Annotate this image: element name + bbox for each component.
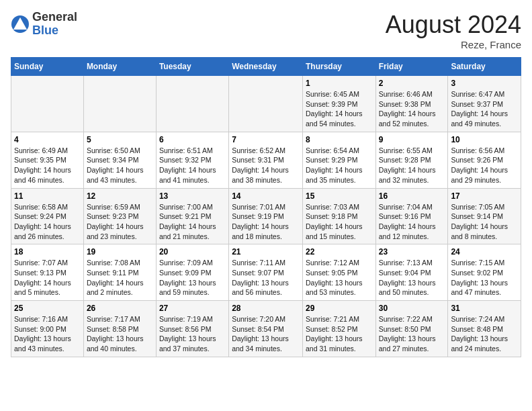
day-info: Sunrise: 7:15 AM Sunset: 9:02 PM Dayligh…: [451, 258, 518, 298]
cell-week2-day2: 6Sunrise: 6:51 AM Sunset: 9:32 PM Daylig…: [156, 132, 228, 188]
day-number: 30: [379, 304, 445, 313]
cell-week2-day4: 8Sunrise: 6:54 AM Sunset: 9:29 PM Daylig…: [302, 132, 375, 188]
cell-week3-day3: 14Sunrise: 7:01 AM Sunset: 9:19 PM Dayli…: [229, 188, 303, 244]
title-area: August 2024 Reze, France: [386, 11, 521, 50]
header-friday: Friday: [375, 58, 448, 76]
week-row-5: 25Sunrise: 7:16 AM Sunset: 9:00 PM Dayli…: [11, 301, 521, 357]
day-number: 11: [14, 191, 81, 201]
day-number: 29: [306, 304, 373, 313]
cell-week1-day3: [229, 76, 303, 132]
calendar-table: SundayMondayTuesdayWednesdayThursdayFrid…: [11, 57, 521, 357]
header-saturday: Saturday: [448, 58, 521, 76]
day-number: 24: [451, 247, 518, 257]
cell-week1-day2: [156, 76, 228, 132]
day-info: Sunrise: 7:01 AM Sunset: 9:19 PM Dayligh…: [232, 202, 300, 242]
day-number: 17: [451, 191, 518, 201]
day-info: Sunrise: 6:46 AM Sunset: 9:38 PM Dayligh…: [379, 89, 445, 129]
day-info: Sunrise: 7:19 AM Sunset: 8:56 PM Dayligh…: [159, 314, 226, 354]
day-number: 7: [232, 135, 300, 144]
day-info: Sunrise: 7:05 AM Sunset: 9:14 PM Dayligh…: [451, 202, 518, 242]
day-number: 3: [451, 79, 518, 88]
cell-week4-day5: 23Sunrise: 7:13 AM Sunset: 9:04 PM Dayli…: [375, 244, 448, 301]
cell-week1-day1: [83, 76, 156, 132]
day-number: 31: [451, 304, 518, 313]
logo-blue: Blue: [32, 24, 77, 38]
day-number: 19: [87, 247, 153, 257]
day-info: Sunrise: 7:21 AM Sunset: 8:52 PM Dayligh…: [306, 314, 373, 354]
cell-week3-day2: 13Sunrise: 7:00 AM Sunset: 9:21 PM Dayli…: [156, 188, 228, 244]
page-header: General Blue August 2024 Reze, France: [11, 11, 521, 50]
header-sunday: Sunday: [11, 58, 84, 76]
cell-week4-day4: 22Sunrise: 7:12 AM Sunset: 9:05 PM Dayli…: [302, 244, 375, 301]
day-info: Sunrise: 7:03 AM Sunset: 9:18 PM Dayligh…: [306, 202, 373, 242]
day-number: 26: [87, 304, 153, 313]
day-number: 4: [14, 135, 81, 144]
day-number: 2: [379, 79, 445, 88]
day-info: Sunrise: 6:45 AM Sunset: 9:39 PM Dayligh…: [306, 89, 373, 129]
cell-week2-day5: 9Sunrise: 6:55 AM Sunset: 9:28 PM Daylig…: [375, 132, 448, 188]
day-number: 23: [379, 247, 445, 257]
calendar-header: SundayMondayTuesdayWednesdayThursdayFrid…: [11, 58, 521, 76]
day-info: Sunrise: 7:04 AM Sunset: 9:16 PM Dayligh…: [379, 202, 445, 242]
week-row-2: 4Sunrise: 6:49 AM Sunset: 9:35 PM Daylig…: [11, 132, 521, 188]
calendar-body: 1Sunrise: 6:45 AM Sunset: 9:39 PM Daylig…: [11, 76, 521, 357]
day-info: Sunrise: 7:12 AM Sunset: 9:05 PM Dayligh…: [306, 258, 373, 298]
cell-week5-day2: 27Sunrise: 7:19 AM Sunset: 8:56 PM Dayli…: [156, 301, 228, 357]
header-monday: Monday: [83, 58, 156, 76]
cell-week2-day1: 5Sunrise: 6:50 AM Sunset: 9:34 PM Daylig…: [83, 132, 156, 188]
header-thursday: Thursday: [302, 58, 375, 76]
day-info: Sunrise: 7:22 AM Sunset: 8:50 PM Dayligh…: [379, 314, 445, 354]
logo-general: General: [32, 11, 77, 24]
day-number: 5: [87, 135, 153, 144]
day-number: 28: [232, 304, 300, 313]
cell-week1-day6: 3Sunrise: 6:47 AM Sunset: 9:37 PM Daylig…: [448, 76, 521, 132]
day-info: Sunrise: 6:50 AM Sunset: 9:34 PM Dayligh…: [87, 146, 153, 185]
cell-week4-day1: 19Sunrise: 7:08 AM Sunset: 9:11 PM Dayli…: [83, 244, 156, 301]
day-number: 20: [159, 247, 226, 257]
day-info: Sunrise: 7:07 AM Sunset: 9:13 PM Dayligh…: [14, 258, 81, 298]
day-info: Sunrise: 7:00 AM Sunset: 9:21 PM Dayligh…: [159, 202, 226, 242]
day-info: Sunrise: 6:51 AM Sunset: 9:32 PM Dayligh…: [159, 146, 226, 185]
day-info: Sunrise: 7:13 AM Sunset: 9:04 PM Dayligh…: [379, 258, 445, 298]
cell-week5-day4: 29Sunrise: 7:21 AM Sunset: 8:52 PM Dayli…: [302, 301, 375, 357]
location: Reze, France: [386, 39, 521, 50]
logo-text: General Blue: [32, 11, 77, 38]
cell-week5-day6: 31Sunrise: 7:24 AM Sunset: 8:48 PM Dayli…: [448, 301, 521, 357]
cell-week4-day2: 20Sunrise: 7:09 AM Sunset: 9:09 PM Dayli…: [156, 244, 228, 301]
cell-week3-day6: 17Sunrise: 7:05 AM Sunset: 9:14 PM Dayli…: [448, 188, 521, 244]
week-row-1: 1Sunrise: 6:45 AM Sunset: 9:39 PM Daylig…: [11, 76, 521, 132]
day-number: 15: [306, 191, 373, 201]
day-number: 6: [159, 135, 226, 144]
cell-week2-day6: 10Sunrise: 6:56 AM Sunset: 9:26 PM Dayli…: [448, 132, 521, 188]
day-info: Sunrise: 6:58 AM Sunset: 9:24 PM Dayligh…: [14, 202, 81, 242]
day-info: Sunrise: 6:56 AM Sunset: 9:26 PM Dayligh…: [451, 146, 518, 185]
day-info: Sunrise: 6:52 AM Sunset: 9:31 PM Dayligh…: [232, 146, 300, 185]
cell-week4-day6: 24Sunrise: 7:15 AM Sunset: 9:02 PM Dayli…: [448, 244, 521, 301]
cell-week2-day0: 4Sunrise: 6:49 AM Sunset: 9:35 PM Daylig…: [11, 132, 84, 188]
day-number: 16: [379, 191, 445, 201]
cell-week3-day5: 16Sunrise: 7:04 AM Sunset: 9:16 PM Dayli…: [375, 188, 448, 244]
day-number: 10: [451, 135, 518, 144]
header-row: SundayMondayTuesdayWednesdayThursdayFrid…: [11, 58, 521, 76]
day-info: Sunrise: 7:16 AM Sunset: 9:00 PM Dayligh…: [14, 314, 81, 354]
month-year: August 2024: [386, 11, 521, 39]
logo-icon: [11, 15, 30, 34]
day-number: 8: [306, 135, 373, 144]
day-info: Sunrise: 6:59 AM Sunset: 9:23 PM Dayligh…: [87, 202, 153, 242]
day-info: Sunrise: 7:17 AM Sunset: 8:58 PM Dayligh…: [87, 314, 153, 354]
cell-week1-day0: [11, 76, 84, 132]
day-info: Sunrise: 7:20 AM Sunset: 8:54 PM Dayligh…: [232, 314, 300, 354]
cell-week1-day5: 2Sunrise: 6:46 AM Sunset: 9:38 PM Daylig…: [375, 76, 448, 132]
cell-week3-day0: 11Sunrise: 6:58 AM Sunset: 9:24 PM Dayli…: [11, 188, 84, 244]
day-info: Sunrise: 6:49 AM Sunset: 9:35 PM Dayligh…: [14, 146, 81, 185]
week-row-4: 18Sunrise: 7:07 AM Sunset: 9:13 PM Dayli…: [11, 244, 521, 301]
day-number: 1: [306, 79, 373, 88]
cell-week2-day3: 7Sunrise: 6:52 AM Sunset: 9:31 PM Daylig…: [229, 132, 303, 188]
cell-week5-day0: 25Sunrise: 7:16 AM Sunset: 9:00 PM Dayli…: [11, 301, 84, 357]
day-info: Sunrise: 6:54 AM Sunset: 9:29 PM Dayligh…: [306, 146, 373, 185]
day-number: 27: [159, 304, 226, 313]
day-number: 21: [232, 247, 300, 257]
cell-week5-day5: 30Sunrise: 7:22 AM Sunset: 8:50 PM Dayli…: [375, 301, 448, 357]
cell-week3-day4: 15Sunrise: 7:03 AM Sunset: 9:18 PM Dayli…: [302, 188, 375, 244]
cell-week4-day0: 18Sunrise: 7:07 AM Sunset: 9:13 PM Dayli…: [11, 244, 84, 301]
